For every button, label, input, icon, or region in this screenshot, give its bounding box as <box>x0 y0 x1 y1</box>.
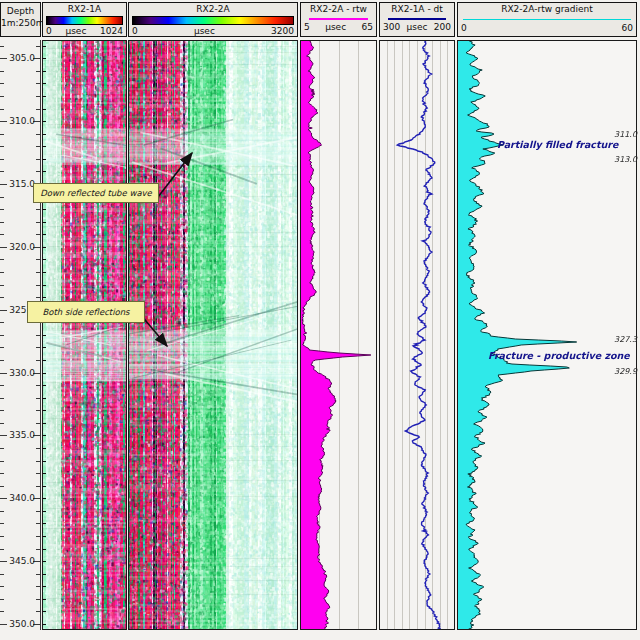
scale-unit: µsec <box>407 22 428 33</box>
depth-tick <box>36 159 40 160</box>
scale-max: 60 <box>622 23 633 34</box>
depth-tick <box>36 109 40 110</box>
vdl-colorbar <box>132 16 294 25</box>
depth-label: 345.0 <box>1 557 35 566</box>
depth-tick <box>0 83 4 84</box>
scale-unit: µsec <box>194 26 215 37</box>
depth-label: 350.0 <box>1 620 35 629</box>
depth-tick <box>0 285 4 286</box>
depth-tick <box>0 297 4 298</box>
vdl-track-rx2-1a <box>42 40 127 630</box>
scale-max: 3200 <box>271 26 294 37</box>
depth-tick <box>36 523 40 524</box>
rtw-curve-track <box>300 40 377 630</box>
depth-tick <box>36 398 40 399</box>
depth-tick <box>36 511 40 512</box>
dt-curve-track <box>379 40 455 630</box>
curve-color-key <box>309 18 368 20</box>
depth-tick <box>0 398 4 399</box>
depth-tick <box>0 96 4 97</box>
vdl-colorbar <box>46 16 123 25</box>
depth-label: 305.0 <box>1 54 35 63</box>
depth-tick <box>0 410 4 411</box>
depth-tick <box>0 385 4 386</box>
vdl-track-rx2-2a <box>128 40 298 630</box>
curve-color-key <box>463 19 631 20</box>
depth-tick <box>36 385 40 386</box>
depth-label: 340.0 <box>1 494 35 503</box>
depth-label: 315.0 <box>1 180 35 189</box>
depth-label: 320.0 <box>1 243 35 252</box>
callout-both-side-reflections[interactable]: Both side reflections <box>27 301 145 323</box>
depth-tick <box>36 536 40 537</box>
depth-tick <box>36 486 40 487</box>
depth-tick <box>0 536 4 537</box>
depth-tick <box>0 448 4 449</box>
depth-tick <box>36 599 40 600</box>
depth-label: 310.0 <box>1 117 35 126</box>
depth-tick <box>36 347 40 348</box>
depth-label: 335.0 <box>1 431 35 440</box>
scale-min: 5 <box>304 22 310 33</box>
depth-tick <box>36 83 40 84</box>
zone-label-fracture-productive-zone: Fracture - productive zone <box>488 350 630 361</box>
depth-scale-ratio: 1m:250m <box>1 18 40 28</box>
fracture-depth-label: 311.0 <box>597 130 637 139</box>
depth-tick <box>36 46 40 47</box>
depth-tick <box>36 549 40 550</box>
depth-tick <box>36 96 40 97</box>
depth-tick <box>36 272 40 273</box>
depth-tick <box>0 574 4 575</box>
depth-tick <box>36 574 40 575</box>
depth-tick <box>0 71 4 72</box>
depth-tick <box>36 410 40 411</box>
depth-tick <box>0 159 4 160</box>
scale-min: 0 <box>132 26 138 37</box>
zone-label-partially-filled-fracture: Partially filled fracture <box>497 139 618 150</box>
depth-tick <box>36 209 40 210</box>
depth-tick <box>36 611 40 612</box>
depth-tick <box>0 599 4 600</box>
scale-max: 1024 <box>100 26 123 37</box>
scale-min: 0 <box>461 23 467 34</box>
scale-unit: µsec <box>325 22 346 33</box>
depth-tick <box>0 222 4 223</box>
depth-tick <box>36 360 40 361</box>
track-header-rtw: RX2-2A - rtw 5 µsec 65 <box>300 2 377 37</box>
depth-track: 305.0310.0315.0320.0325.0330.0335.0340.0… <box>0 40 41 630</box>
depth-tick <box>36 448 40 449</box>
track-header-dt: RX2-1A - dt 300 µsec 200 <box>379 2 455 37</box>
depth-tick <box>0 272 4 273</box>
depth-tick <box>0 197 4 198</box>
depth-tick <box>0 423 4 424</box>
track-title: RX2-2A <box>129 4 297 15</box>
depth-tick <box>0 322 4 323</box>
depth-tick <box>0 335 4 336</box>
depth-tick <box>36 461 40 462</box>
fracture-depth-label: 327.3 <box>597 335 637 344</box>
scale-max: 200 <box>434 22 451 33</box>
callout-down-reflected-tube-wave[interactable]: Down reflected tube wave <box>33 183 159 203</box>
depth-tick <box>0 461 4 462</box>
depth-tick <box>0 234 4 235</box>
depth-tick <box>0 611 4 612</box>
depth-tick <box>0 523 4 524</box>
depth-tick <box>0 46 4 47</box>
depth-tick <box>0 586 4 587</box>
track-header-rx2-2a: RX2-2A 0 µsec 3200 <box>128 2 298 37</box>
depth-tick <box>0 134 4 135</box>
depth-tick <box>0 171 4 172</box>
fracture-depth-label: 313.0 <box>597 155 637 164</box>
depth-header-box: Depth 1m:250m <box>0 2 41 37</box>
depth-tick <box>36 134 40 135</box>
depth-tick <box>36 285 40 286</box>
depth-tick <box>36 586 40 587</box>
depth-tick <box>36 146 40 147</box>
track-header-rx2-1a: RX2-1A 0 µsec 1024 <box>42 2 127 37</box>
scale-min: 0 <box>46 26 52 37</box>
depth-tick <box>36 473 40 474</box>
depth-tick <box>36 171 40 172</box>
depth-tick <box>36 71 40 72</box>
depth-tick <box>0 360 4 361</box>
depth-tick <box>0 347 4 348</box>
